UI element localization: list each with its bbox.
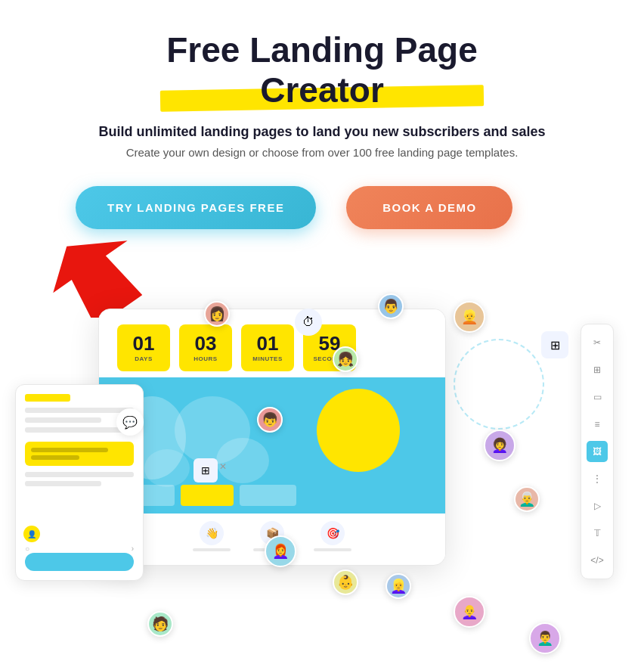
wave-icon: 👋 [200,521,224,545]
subtitle-light: Create your own design or choose from ov… [45,146,599,159]
book-demo-button[interactable]: BOOK A DEMO [346,186,512,229]
yellow-line-2 [31,455,79,460]
nav-arrow: › [132,545,134,553]
avatar-10: 👱‍♀️ [385,573,411,599]
blue-block-2 [240,485,296,506]
countdown-days: 01 DAYS [117,324,170,371]
avatar-9: 👶 [333,569,358,595]
card-left-extra-lines [25,472,134,486]
title-text-2: Creator [260,70,384,110]
countdown-hours-label: HOURS [194,355,217,362]
buttons-row: TRY LANDING PAGES FREE BOOK A DEMO [45,186,599,229]
yellow-block-1 [181,485,234,506]
svg-point-4 [216,438,269,483]
yellow-line-1 [31,448,108,452]
countdown-bar: 01 DAYS 03 HOURS 01 MINUTES 59 SECONDS [99,309,445,377]
map-section [99,377,445,514]
title-text-1: Free Landing Page [166,30,478,70]
dashboard-main-card: 01 DAYS 03 HOURS 01 MINUTES 59 SECONDS [98,309,446,566]
avatar-7: 👨‍🦳 [514,486,540,512]
right-toolbar: ✂ ⊞ ▭ ≡ 🖼 ⋮ ▷ 𝕋 </> [581,324,614,579]
avatar-face-10: 👱‍♀️ [387,575,410,597]
card-left-yellow-box [25,442,134,466]
avatar-11: 👩‍🦲 [454,596,485,628]
card-left-dot: 👤 [23,526,40,542]
toolbar-play-icon[interactable]: ▷ [587,495,608,517]
avatar-face-6: 👩‍🦱 [485,431,514,460]
action-icon-target: 🎯 [314,521,351,551]
avatar-face-7: 👨‍🦳 [516,488,538,510]
avatar-face-3: 👱 [455,303,484,331]
toolbar-grid-icon[interactable]: ⊞ [587,359,608,380]
avatar-face-4: 👧 [334,348,357,371]
avatar-face-12: 🧑 [149,613,172,635]
avatar-face-2: 👨 [379,295,402,318]
card-line-2 [25,417,101,423]
toolbar-rect-icon[interactable]: ▭ [587,386,608,408]
avatar-face-5: 👦 [259,408,281,431]
try-landing-pages-button[interactable]: TRY LANDING PAGES FREE [76,186,316,229]
countdown-minutes: 01 MINUTES [241,324,294,371]
icon-line-3 [314,548,351,551]
avatar-3: 👱 [454,301,485,333]
card-nav-dots: ○ › [25,545,134,553]
dashed-circle-2 [454,339,544,430]
map-sun [317,389,400,472]
toolbar-more-icon[interactable]: ⋮ [587,468,608,489]
card-line-1 [25,408,134,413]
edit-box-icon: ⊞ [194,458,218,482]
avatar-4: 👧 [333,346,358,372]
avatar-8: 👩‍🦰 [265,535,296,567]
card-line-5 [25,481,101,486]
avatar-face-9: 👶 [334,571,357,594]
avatar-6: 👩‍🦱 [484,430,516,461]
avatar-13: 👨‍🦱 [529,622,561,654]
card-left-header-bar [25,394,70,402]
avatar-2: 👨 [378,293,404,319]
avatar-face-1: 👩 [206,303,228,325]
toolbar-image-icon[interactable]: 🖼 [587,441,608,462]
illustration-area: 01 DAYS 03 HOURS 01 MINUTES 59 SECONDS [0,293,644,664]
toolbar-text-icon[interactable]: ≡ [587,414,608,435]
chat-bubble-icon: 💬 [116,408,144,436]
grid-icon-float: ⊞ [541,331,568,358]
svg-point-3 [144,449,190,487]
toolbar-scissors-icon[interactable]: ✂ [587,332,608,353]
subtitle-bold: Build unlimited landing pages to land yo… [45,124,599,140]
countdown-days-label: DAYS [135,355,153,362]
action-icon-wave: 👋 [193,521,231,551]
countdown-minutes-label: MINUTES [252,355,283,362]
countdown-hours: 03 HOURS [179,324,232,371]
avatar-12: 🧑 [147,611,173,637]
target-icon: 🎯 [320,521,345,545]
avatar-face-8: 👩‍🦰 [266,537,295,566]
toolbar-type-icon[interactable]: 𝕋 [587,523,608,544]
countdown-hours-value: 03 [195,334,217,353]
main-title: Free Landing Page Creator [166,30,478,110]
avatar-5: 👦 [257,407,283,433]
avatar-face-11: 👩‍🦲 [455,597,484,626]
close-x-icon: ✕ [219,461,227,472]
card-left-button[interactable] [25,553,134,571]
card-line-4 [25,472,134,477]
title-highlight: Free Landing Page Creator [166,30,478,110]
countdown-minutes-value: 01 [257,334,279,353]
avatar-face-13: 👨‍🦱 [531,624,559,653]
countdown-days-value: 01 [133,334,155,353]
nav-dot-1: ○ [25,545,29,553]
page-wrapper: Free Landing Page Creator Build unlimite… [0,0,644,664]
title-block: Free Landing Page Creator [45,30,599,110]
toolbar-code-icon[interactable]: </> [587,550,608,571]
timer-icon: ⏱ [295,309,322,336]
avatar-1: 👩 [204,301,230,327]
icon-line-1 [193,548,231,551]
